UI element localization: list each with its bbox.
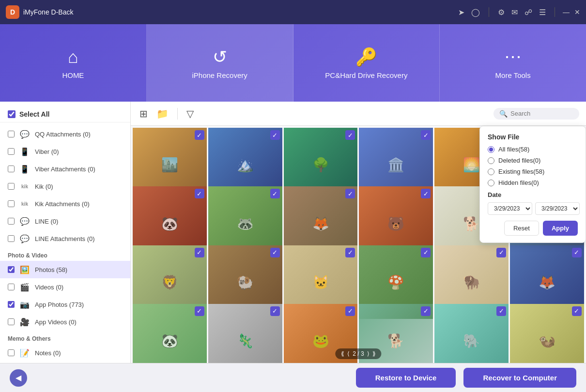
chat-icon[interactable]: ☍ — [524, 8, 532, 17]
qq-icon: 💬 — [19, 129, 30, 139]
recover-to-computer-button[interactable]: Recover to Computer — [463, 368, 576, 388]
filter-hidden-radio[interactable] — [488, 180, 494, 186]
viber-checkbox[interactable] — [8, 148, 15, 155]
line-checkbox[interactable] — [8, 218, 15, 225]
title-bar-icons: ➤ ◯ ⚙ ✉ ☍ ☰ — [458, 7, 557, 17]
photo-check-16: ✓ — [496, 248, 506, 257]
page-prev-button[interactable]: ⟨ — [347, 350, 350, 357]
sidebar-item-line[interactable]: 💬 LINE (0) — [0, 212, 130, 230]
photo-check-19: ✓ — [270, 306, 280, 316]
filter-dropdown: Show File All files(58) Deleted files(0)… — [479, 126, 586, 243]
photo-check-13: ✓ — [270, 248, 280, 257]
sidebar-item-kik-attachments[interactable]: kik Kik Attachments (0) — [0, 195, 130, 212]
photo-cell-22[interactable]: 🐘✓ — [434, 304, 509, 363]
filter-option-existing[interactable]: Existing files(58) — [488, 168, 578, 175]
photos-label: Photos (58) — [35, 266, 67, 273]
title-bar: D iMyFone D-Back ➤ ◯ ⚙ ✉ ☍ ☰ ― ✕ — [0, 0, 586, 24]
nav-home[interactable]: ⌂ HOME — [0, 24, 147, 102]
pagination: ⟪ ⟨ 2 / 3 ⟩ ⟫ — [335, 348, 381, 359]
filter-option-deleted[interactable]: Deleted files(0) — [488, 157, 578, 164]
search-input[interactable] — [510, 110, 573, 117]
grid-view-icon[interactable]: ⊞ — [138, 106, 150, 121]
section-memo-others: Memo & Others — [0, 331, 130, 344]
photo-cell-19[interactable]: 🦎✓ — [208, 304, 282, 363]
nav-iphone-label: iPhone Recovery — [192, 71, 247, 79]
filter-reset-button[interactable]: Reset — [504, 221, 539, 236]
nav-more-tools[interactable]: ⋯ More Tools — [440, 24, 586, 102]
filter-option-hidden[interactable]: Hidden files(0) — [488, 179, 578, 186]
select-all-label: Select All — [19, 110, 50, 118]
filter-deleted-radio[interactable] — [488, 157, 494, 164]
kik-att-icon: kik — [19, 198, 30, 209]
nav-pc-harddrive[interactable]: 🔑 PC&Hard Drive Recovery — [293, 24, 440, 102]
sidebar-item-viber[interactable]: 📱 Viber (0) — [0, 143, 130, 160]
videos-label: Videos (0) — [35, 284, 63, 291]
viber-attachments-checkbox[interactable] — [8, 166, 15, 172]
photo-check-8: ✓ — [345, 189, 355, 198]
filter-apply-button[interactable]: Apply — [543, 221, 578, 236]
photo-check-2: ✓ — [345, 130, 355, 140]
photos-icon: 🖼️ — [19, 264, 30, 275]
photo-area: ⊞ 📁 ▽ 🔍 Show File All files(58) Deleted … — [131, 102, 586, 363]
notes-checkbox[interactable] — [8, 349, 15, 356]
photo-cell-18[interactable]: 🐼✓ — [133, 304, 207, 363]
settings-icon[interactable]: ⚙ — [498, 8, 505, 17]
restore-to-device-button[interactable]: Restore to Device — [356, 368, 456, 388]
filter-date-to[interactable]: 3/29/2023 — [535, 202, 580, 215]
sidebar-item-app-photos[interactable]: 📷 App Photos (773) — [0, 296, 130, 313]
sidebar-item-line-attachments[interactable]: 💬 LINE Attachments (0) — [0, 230, 130, 247]
sidebar-item-viber-attachments[interactable]: 📱 Viber Attachments (0) — [0, 160, 130, 178]
nav-bar: ⌂ HOME ↺ iPhone Recovery 🔑 PC&Hard Drive… — [0, 24, 586, 102]
filter-icon[interactable]: ▽ — [185, 106, 196, 121]
page-last-button[interactable]: ⟫ — [372, 350, 376, 357]
kik-attachments-checkbox[interactable] — [8, 200, 15, 207]
photo-check-6: ✓ — [195, 189, 204, 198]
app-photos-checkbox[interactable] — [8, 301, 15, 308]
select-all-row[interactable]: Select All — [0, 106, 130, 122]
photo-check-7: ✓ — [270, 189, 280, 198]
videos-icon: 🎬 — [19, 282, 30, 292]
filter-option-all[interactable]: All files(58) — [488, 146, 578, 153]
filter-existing-radio[interactable] — [488, 168, 494, 175]
photo-check-14: ✓ — [345, 248, 355, 257]
separator2 — [555, 7, 555, 17]
photo-check-0: ✓ — [195, 130, 204, 140]
page-next-button[interactable]: ⟩ — [367, 350, 370, 357]
photo-check-15: ✓ — [421, 248, 431, 257]
minimize-button[interactable]: ― — [563, 8, 570, 16]
menu-icon[interactable]: ☰ — [539, 8, 546, 17]
folder-view-icon[interactable]: 📁 — [154, 106, 170, 121]
select-all-checkbox[interactable] — [8, 110, 15, 118]
back-button[interactable]: ◀ — [10, 369, 27, 387]
app-logo: D — [6, 5, 19, 19]
sidebar-item-kik[interactable]: kik Kik (0) — [0, 178, 130, 195]
window-controls: ― ✕ — [563, 8, 580, 16]
kik-checkbox[interactable] — [8, 183, 15, 190]
qq-attachments-checkbox[interactable] — [8, 131, 15, 137]
sidebar-item-app-videos[interactable]: 🎥 App Videos (0) — [0, 313, 130, 331]
user-icon[interactable]: ◯ — [471, 8, 480, 17]
sidebar-item-qq-attachments[interactable]: 💬 QQ Attachments (0) — [0, 125, 130, 143]
filter-date-from[interactable]: 3/29/2023 — [488, 202, 532, 215]
sidebar-item-notes[interactable]: 📝 Notes (0) — [0, 344, 130, 362]
filter-all-radio[interactable] — [488, 146, 494, 153]
photo-cell-23[interactable]: 🦦✓ — [510, 304, 584, 363]
videos-checkbox[interactable] — [8, 284, 15, 290]
nav-iphone-recovery[interactable]: ↺ iPhone Recovery — [147, 24, 293, 102]
close-button[interactable]: ✕ — [574, 8, 580, 16]
photo-check-18: ✓ — [195, 306, 204, 316]
photo-check-3: ✓ — [421, 130, 431, 140]
app-videos-checkbox[interactable] — [8, 318, 15, 325]
line-attachments-checkbox[interactable] — [8, 235, 15, 242]
photo-check-23: ✓ — [572, 306, 582, 316]
mail-icon[interactable]: ✉ — [511, 8, 518, 17]
sidebar-item-videos[interactable]: 🎬 Videos (0) — [0, 278, 130, 296]
sidebar-item-photos[interactable]: 🖼️ Photos (58) — [0, 261, 130, 278]
search-box[interactable]: 🔍 — [493, 108, 579, 120]
photo-check-17: ✓ — [572, 248, 582, 257]
share-icon[interactable]: ➤ — [458, 8, 464, 17]
page-first-button[interactable]: ⟪ — [341, 350, 344, 357]
viber-label: Viber (0) — [35, 148, 59, 155]
photos-checkbox[interactable] — [8, 266, 15, 273]
filter-existing-label: Existing files(58) — [498, 168, 544, 175]
